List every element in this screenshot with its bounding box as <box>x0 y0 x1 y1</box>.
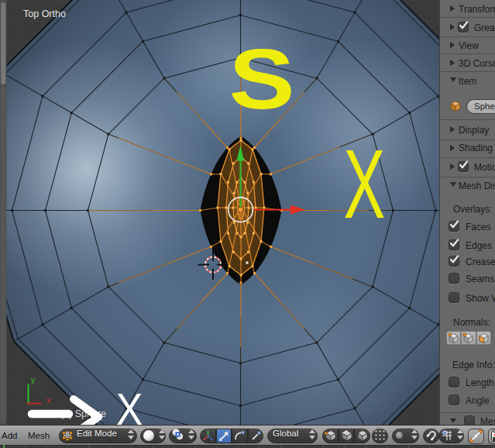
svg-text:Top Ortho: Top Ortho <box>23 9 66 19</box>
svg-text:X: X <box>344 129 386 239</box>
svg-text:x: x <box>46 395 51 405</box>
svg-text:y: y <box>31 376 35 384</box>
svg-text:S: S <box>229 31 294 126</box>
svg-text:X: X <box>116 385 143 425</box>
